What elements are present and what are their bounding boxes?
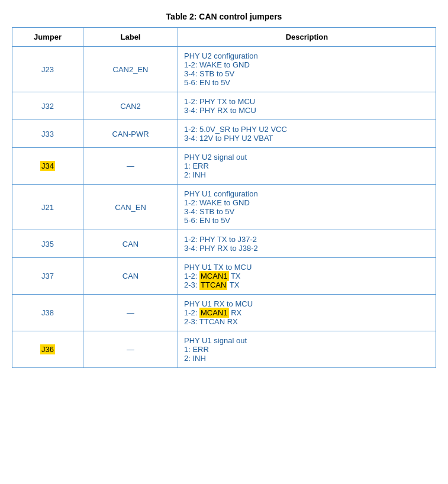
col-header-description: Description	[178, 28, 436, 47]
description-cell: PHY U2 configuration1-2: WAKE to GND3-4:…	[178, 47, 436, 92]
label-cell: —	[83, 331, 178, 368]
desc-text: 1-2: PHY TX to MCU	[184, 97, 255, 106]
desc-text: 2-3: TTCAN RX	[184, 317, 238, 326]
table-row: J32CAN21-2: PHY TX to MCU3-4: PHY RX to …	[12, 92, 436, 120]
desc-text: PHY U1 RX to MCU	[184, 299, 253, 308]
desc-text: 3-4: PHY RX to MCU	[184, 106, 256, 115]
description-cell: 1-2: PHY TX to J37-23-4: PHY RX to J38-2	[178, 230, 436, 258]
desc-text: 5-6: EN to 5V	[184, 216, 230, 225]
desc-text: 2: INH	[184, 170, 206, 179]
jumper-cell: J23	[12, 47, 83, 92]
jumper-cell: J38	[12, 295, 83, 331]
jumper-cell: J37	[12, 258, 83, 295]
label-cell: —	[83, 295, 178, 331]
description-cell: 1-2: PHY TX to MCU3-4: PHY RX to MCU	[178, 92, 436, 120]
desc-highlight: TTCAN	[199, 280, 227, 290]
table-row: J36—PHY U1 signal out1: ERR2: INH	[12, 331, 436, 368]
desc-text: 5-6: EN to 5V	[184, 78, 230, 87]
page-container: Table 2: CAN control jumpers Jumper Labe…	[12, 12, 436, 368]
label-cell: CAN	[83, 258, 178, 295]
description-cell: PHY U1 configuration1-2: WAKE to GND3-4:…	[178, 185, 436, 230]
desc-text: 1: ERR	[184, 162, 209, 170]
desc-text: 3-4: STB to 5V	[184, 69, 234, 78]
table-row: J21CAN_ENPHY U1 configuration1-2: WAKE t…	[12, 185, 436, 230]
description-cell: 1-2: 5.0V_SR to PHY U2 VCC3-4: 12V to PH…	[178, 120, 436, 148]
label-cell: CAN2_EN	[83, 47, 178, 92]
table-row: J33CAN-PWR1-2: 5.0V_SR to PHY U2 VCC3-4:…	[12, 120, 436, 148]
description-cell: PHY U1 TX to MCU1-2: MCAN1 TX2-3: TTCAN …	[178, 258, 436, 295]
label-cell: —	[83, 148, 178, 185]
label-cell: CAN_EN	[83, 185, 178, 230]
desc-text: 1: ERR	[184, 345, 209, 354]
jumper-cell: J34	[12, 148, 83, 185]
jumper-cell: J35	[12, 230, 83, 258]
description-cell: PHY U1 RX to MCU1-2: MCAN1 RX2-3: TTCAN …	[178, 295, 436, 331]
table-body: J23CAN2_ENPHY U2 configuration1-2: WAKE …	[12, 47, 436, 368]
desc-text: 1-2: 5.0V_SR to PHY U2 VCC	[184, 125, 287, 134]
col-header-jumper: Jumper	[12, 28, 83, 47]
table-row: J38—PHY U1 RX to MCU1-2: MCAN1 RX2-3: TT…	[12, 295, 436, 331]
jumper-highlight: J36	[40, 344, 55, 354]
desc-text: PHY U1 signal out	[184, 336, 247, 345]
desc-text: 2: INH	[184, 354, 206, 363]
desc-text: PHY U1 configuration	[184, 189, 258, 198]
desc-text: 3-4: STB to 5V	[184, 207, 234, 216]
description-cell: PHY U2 signal out1: ERR2: INH	[178, 148, 436, 185]
table-row: J35CAN1-2: PHY TX to J37-23-4: PHY RX to…	[12, 230, 436, 258]
desc-text: 1-2: WAKE to GND	[184, 60, 250, 69]
table-title: Table 2: CAN control jumpers	[12, 12, 436, 21]
desc-text: PHY U2 configuration	[184, 51, 258, 60]
desc-text: 3-4: PHY RX to J38-2	[184, 244, 258, 253]
col-header-label: Label	[83, 28, 178, 47]
jumper-cell: J32	[12, 92, 83, 120]
description-cell: PHY U1 signal out1: ERR2: INH	[178, 331, 436, 368]
desc-text: PHY U2 signal out	[184, 153, 247, 162]
jumper-cell: J36	[12, 331, 83, 368]
desc-text: 3-4: 12V to PHY U2 VBAT	[184, 134, 273, 143]
label-cell: CAN-PWR	[83, 120, 178, 148]
table-row: J23CAN2_ENPHY U2 configuration1-2: WAKE …	[12, 47, 436, 92]
jumper-cell: J21	[12, 185, 83, 230]
desc-text: 1-2: PHY TX to J37-2	[184, 235, 257, 244]
desc-highlight: MCAN1	[199, 308, 229, 318]
label-cell: CAN2	[83, 92, 178, 120]
table-row: J34—PHY U2 signal out1: ERR2: INH	[12, 148, 436, 185]
desc-text: PHY U1 TX to MCU	[184, 263, 252, 272]
desc-text: 1-2: WAKE to GND	[184, 198, 250, 207]
header-row: Jumper Label Description	[12, 28, 436, 47]
jumper-cell: J33	[12, 120, 83, 148]
jumper-highlight: J34	[40, 161, 55, 171]
table-row: J37CANPHY U1 TX to MCU1-2: MCAN1 TX2-3: …	[12, 258, 436, 295]
main-table: Jumper Label Description J23CAN2_ENPHY U…	[12, 27, 436, 368]
label-cell: CAN	[83, 230, 178, 258]
